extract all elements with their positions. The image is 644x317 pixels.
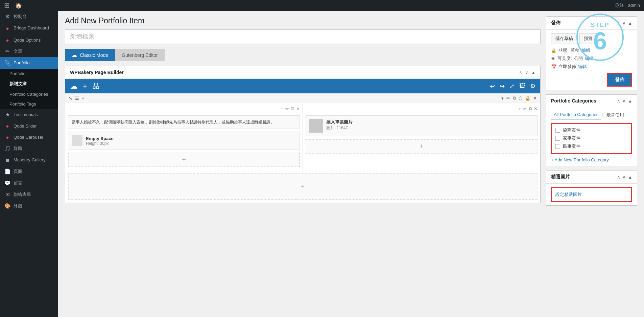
add-element-icon[interactable]: +: [83, 82, 87, 91]
media-icon: 🎵: [4, 145, 11, 152]
featured-panel-close-icon[interactable]: ▲: [628, 175, 632, 180]
delete-row-icon[interactable]: ✕: [533, 96, 537, 101]
image-thumbnail: [309, 119, 323, 133]
admin-bar: ⊞ 🏠 你好，admin: [0, 0, 644, 11]
sidebar-item-qode-carousel[interactable]: ● Qode Carousel: [0, 132, 58, 143]
category-checkbox-1[interactable]: [555, 128, 560, 133]
featured-panel-up-icon[interactable]: ∧: [617, 175, 620, 180]
pages-icon: 📄: [4, 168, 11, 175]
sidebar-item-qode-slider[interactable]: ● Qode Slider: [0, 120, 58, 132]
sidebar-subitem-portfolio[interactable]: Portfolio: [0, 69, 58, 78]
sidebar-item-pages[interactable]: 📄 頁面: [0, 166, 58, 177]
col1-header: + ✏ ⧉ ✕: [68, 106, 300, 111]
gutenberg-mode-label: Gutenberg Editor: [122, 52, 158, 58]
col1-add-icon[interactable]: +: [281, 106, 283, 111]
add-block-button-col2[interactable]: +: [306, 139, 538, 154]
sidebar-item-media[interactable]: 🎵 媒體: [0, 143, 58, 154]
empty-space-block: Empty Space Height: 30px: [68, 132, 300, 150]
categories-panel-up-icon[interactable]: ∧: [617, 98, 620, 104]
templates-icon[interactable]: 品: [93, 82, 99, 91]
fullscreen-icon[interactable]: ⤢: [509, 83, 515, 90]
classic-mode-button[interactable]: ☁ Classic Mode: [65, 49, 115, 61]
sidebar-item-label: Testimonials: [14, 112, 38, 117]
sidebar-subitem-portfolio-categories[interactable]: Portfolio Categories: [0, 89, 58, 99]
sidebar-item-testimonials[interactable]: ★ Testimonials: [0, 109, 58, 120]
sidebar-item-masonry[interactable]: ◼ Masonry Gallery: [0, 154, 58, 166]
publish-button[interactable]: 發佈: [607, 73, 632, 87]
gutenberg-mode-button[interactable]: Gutenberg Editor: [115, 49, 165, 61]
frontend-editor-icon[interactable]: 🖼: [519, 83, 525, 90]
sidebar-item-label: Qode Carousel: [14, 135, 43, 140]
sidebar-subitem-new-post[interactable]: 新增文章: [0, 78, 58, 89]
redo-icon[interactable]: ↪: [500, 83, 505, 90]
categories-panel-close-icon[interactable]: ▲: [628, 98, 632, 104]
sidebar-item-contact[interactable]: ✉ 聯絡表單: [0, 189, 58, 200]
sidebar-subitem-label: 新增文章: [9, 81, 27, 87]
wpbakery-header: WPBakery Page Builder ∧ ∨ ▲: [65, 66, 540, 79]
sidebar-item-comments[interactable]: 💬 留言: [0, 177, 58, 189]
empty-space-thumb: [72, 135, 82, 146]
undo-icon[interactable]: ↩: [490, 83, 495, 90]
tab-recent-categories[interactable]: 最常使用: [604, 111, 627, 119]
masonry-icon: ◼: [4, 157, 11, 163]
qode-carousel-icon: ●: [4, 134, 11, 140]
sidebar-item-dashboard[interactable]: ⚙ 控制台: [0, 11, 58, 22]
col1-delete-icon[interactable]: ✕: [296, 106, 300, 111]
add-new-category-link[interactable]: + Add New Portfolio Category: [551, 157, 609, 162]
lock-row-icon[interactable]: 🔒: [525, 96, 530, 101]
image-title: 插入單張圖片: [326, 119, 353, 125]
post-title-input[interactable]: [65, 29, 541, 44]
sidebar-item-label: Masonry Gallery: [14, 157, 46, 162]
set-featured-image-link[interactable]: 設定精選圖片: [555, 192, 582, 197]
add-column-icon[interactable]: +: [82, 96, 85, 101]
col2-add-icon[interactable]: +: [518, 106, 521, 111]
sidebar-item-appearance[interactable]: 🎨 外觀: [0, 200, 58, 212]
home-icon[interactable]: 🏠: [15, 2, 22, 9]
copy-row-icon[interactable]: ⧉: [513, 95, 516, 101]
sidebar-subitem-portfolio-tags[interactable]: Portfolio Tags: [0, 99, 58, 109]
status-label: 狀態:: [558, 47, 569, 53]
edit-row-icon[interactable]: ✏: [506, 96, 510, 101]
builder-add-row-button[interactable]: +: [68, 173, 538, 200]
builder-col-1: + ✏ ⧉ ✕ 當事人婚後不久，配偶隨即臥病隱入昏迷，劉維渺律師先為當事人聲請特…: [65, 103, 303, 170]
sidebar-item-portfolio[interactable]: 📎 Portfolio: [0, 57, 58, 69]
schedule-edit-link[interactable]: 編輯: [578, 64, 587, 70]
col2-delete-icon[interactable]: ✕: [534, 106, 538, 111]
settings-icon[interactable]: ⚙: [530, 83, 535, 90]
builder-col-2: + ✏ ⧉ ✕ 插入單張圖片 圖片: 11647 +: [303, 103, 540, 170]
collapse-up-icon[interactable]: ∧: [519, 70, 522, 75]
editor-area: Add New Portfolio Item ☁ Classic Mode Gu…: [65, 16, 541, 312]
col1-edit-icon[interactable]: ✏: [285, 106, 289, 111]
col1-clone-icon[interactable]: ⧉: [291, 106, 294, 111]
featured-panel-header: 精選圖片 ∧ ∨ ▲: [546, 171, 637, 184]
builder-columns: + ✏ ⧉ ✕ 當事人婚後不久，配偶隨即臥病隱入昏迷，劉維渺律師先為當事人聲請特…: [65, 103, 540, 170]
col2-edit-icon[interactable]: ✏: [523, 106, 527, 111]
publish-panel-close-icon[interactable]: ▲: [628, 21, 632, 26]
collapse-down-icon[interactable]: ∨: [525, 70, 528, 75]
row-settings-dropdown[interactable]: ▾: [501, 96, 504, 101]
featured-panel-down-icon[interactable]: ∨: [622, 175, 626, 180]
categories-panel-down-icon[interactable]: ∨: [622, 98, 626, 104]
image-subtitle: 圖片: 11647: [326, 125, 353, 131]
sidebar-item-qode-options[interactable]: ● Qode Options: [0, 35, 58, 46]
publish-panel-down-icon[interactable]: ∨: [622, 21, 626, 26]
add-block-button-col1[interactable]: +: [68, 153, 300, 167]
featured-panel-title: 精選圖片: [551, 174, 570, 180]
category-checkbox-3[interactable]: [555, 144, 560, 149]
qode-options-icon: ●: [4, 37, 11, 43]
wp-logo-icon[interactable]: ⊞: [4, 1, 10, 9]
cloud-toolbar-icon[interactable]: ☁: [70, 82, 77, 91]
col2-clone-icon[interactable]: ⧉: [529, 106, 532, 111]
tab-all-categories[interactable]: All Portfolio Categories: [551, 111, 601, 119]
save-draft-button[interactable]: 儲存草稿: [551, 33, 577, 44]
category-checkbox-2[interactable]: [555, 136, 560, 141]
sidebar-item-bridge[interactable]: ● Bridge Dashboard: [0, 22, 58, 35]
category-item-2: 家事案件: [555, 135, 628, 141]
expand-row-icon[interactable]: ⤡: [69, 96, 72, 101]
sidebar-item-posts[interactable]: ✏ 文章: [0, 46, 58, 57]
row-bar-left: ⤡ ☰ +: [69, 96, 85, 101]
list-view-icon[interactable]: ☰: [75, 96, 79, 101]
duplicate-row-icon[interactable]: ⬡: [519, 96, 522, 101]
sidebar-item-label: Bridge Dashboard: [14, 25, 49, 31]
close-icon[interactable]: ▲: [531, 70, 535, 75]
